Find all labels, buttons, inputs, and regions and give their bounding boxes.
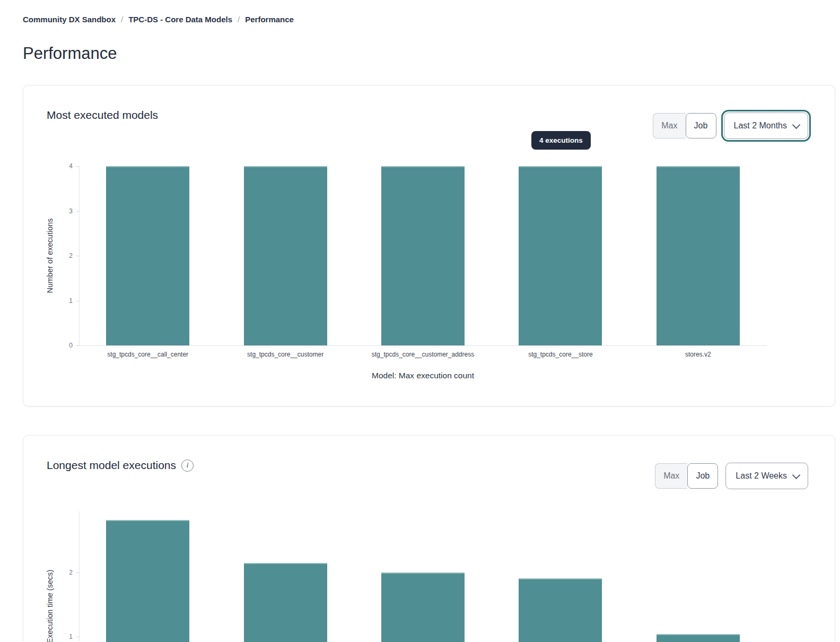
y-tick-mark: [76, 637, 79, 637]
chart-tooltip: 4 executions: [531, 131, 591, 150]
chart-bar[interactable]: [657, 634, 740, 642]
breadcrumb-separator: /: [238, 15, 240, 24]
y-tick-mark: [76, 166, 79, 167]
y-tick-label: 2: [55, 568, 73, 577]
chart-bar[interactable]: [106, 166, 189, 345]
x-axis-title: Model: Max execution count: [79, 371, 767, 380]
chart-bar[interactable]: [244, 166, 327, 345]
breadcrumb-item-project[interactable]: Community DX Sandbox: [23, 15, 116, 24]
y-tick-mark: [76, 345, 79, 346]
y-axis-title: Execution time (secs): [45, 527, 55, 642]
x-tick-label: stg_tpcds_core__customer_address: [354, 351, 492, 359]
y-axis-line: [79, 166, 80, 345]
y-axis-title: Number of executions: [45, 176, 55, 335]
breadcrumb: Community DX Sandbox / TPC-DS - Core Dat…: [23, 15, 294, 24]
x-axis-line: [79, 345, 767, 346]
x-tick-label: stg_tpcds_core__store: [492, 351, 629, 359]
chart-bar[interactable]: [381, 166, 465, 345]
breadcrumb-separator: /: [121, 15, 123, 24]
chart-bar[interactable]: [519, 578, 602, 642]
x-tick-label: stg_tpcds_core__call_center: [79, 351, 216, 359]
x-tick-label: stg_tpcds_core__customer: [216, 351, 354, 359]
chart-bar[interactable]: [519, 166, 602, 345]
chart-bar[interactable]: [244, 563, 327, 642]
performance-page: Community DX Sandbox / TPC-DS - Core Dat…: [0, 0, 840, 642]
y-tick-label: 2: [55, 251, 73, 260]
y-tick-mark: [76, 301, 79, 301]
most-executed-models-chart: stg_tpcds_core__call_centerstg_tpcds_cor…: [23, 85, 835, 406]
y-tick-label: 1: [55, 297, 73, 305]
most-executed-models-card: Most executed models Max Job Last 2 Mont…: [23, 85, 835, 406]
y-tick-label: 4: [55, 162, 73, 170]
y-tick-mark: [76, 256, 79, 256]
page-title: Performance: [23, 44, 117, 63]
chart-bar[interactable]: [657, 166, 740, 345]
chart-bar[interactable]: [106, 520, 189, 642]
longest-model-executions-card: Longest model executions i Max Job Last …: [23, 435, 835, 642]
breadcrumb-item-current: Performance: [245, 15, 294, 24]
x-tick-label: stores.v2: [629, 351, 767, 359]
y-tick-label: 0: [55, 341, 73, 350]
y-tick-label: 3: [55, 207, 73, 215]
chart-bar[interactable]: [381, 572, 465, 642]
y-tick-mark: [76, 211, 79, 212]
longest-model-executions-chart: 12Execution time (secs): [23, 436, 835, 642]
breadcrumb-item-models[interactable]: TPC-DS - Core Data Models: [128, 15, 232, 24]
y-axis-line: [79, 511, 80, 642]
y-tick-label: 1: [55, 632, 73, 641]
y-tick-mark: [76, 572, 79, 573]
